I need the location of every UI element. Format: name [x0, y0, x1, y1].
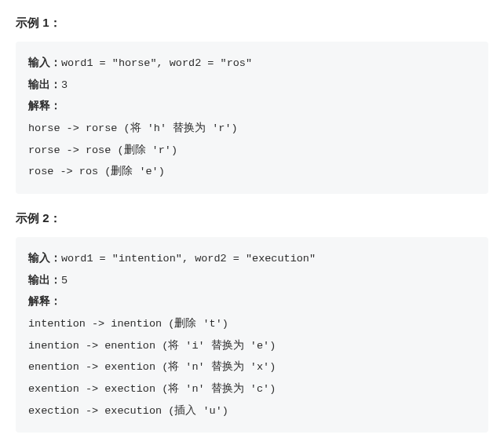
explain-line: rorse -> rose (删除 'r')	[28, 144, 177, 156]
example-2-block: 输入：word1 = "intention", word2 = "executi…	[16, 237, 488, 433]
explain-line: rose -> ros (删除 'e')	[28, 166, 165, 177]
input-value: word1 = "horse", word2 = "ros"	[61, 57, 252, 69]
input-value: word1 = "intention", word2 = "execution"	[61, 253, 316, 265]
explain-line: exention -> exection (将 'n' 替换为 'c')	[28, 383, 276, 395]
explain-label: 解释：	[28, 100, 61, 112]
output-label: 输出：	[28, 275, 61, 287]
output-label: 输出：	[28, 79, 61, 91]
explain-line: exection -> execution (插入 'u')	[28, 405, 228, 417]
explain-line: enention -> exention (将 'n' 替换为 'x')	[28, 361, 276, 373]
explain-label: 解释：	[28, 296, 61, 308]
input-label: 输入：	[28, 253, 61, 265]
example-2-title: 示例 2：	[16, 211, 488, 226]
explain-line: horse -> rorse (将 'h' 替换为 'r')	[28, 122, 238, 134]
example-1-title: 示例 1：	[16, 16, 488, 31]
output-value: 5	[61, 275, 68, 287]
explain-line: intention -> inention (删除 't')	[28, 318, 228, 330]
input-label: 输入：	[28, 57, 61, 69]
output-value: 3	[61, 79, 68, 91]
explain-line: inention -> enention (将 'i' 替换为 'e')	[28, 340, 276, 352]
example-1-block: 输入：word1 = "horse", word2 = "ros" 输出：3 解…	[16, 42, 488, 194]
